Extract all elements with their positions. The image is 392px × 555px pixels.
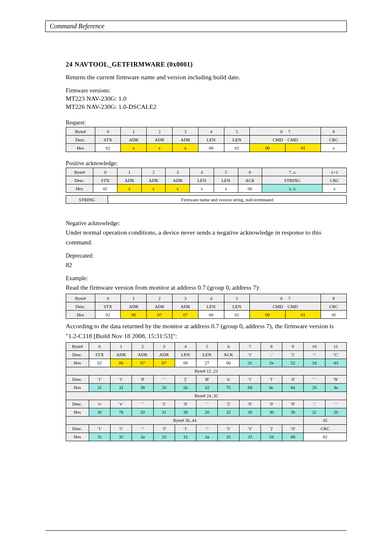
command-title: 24 NAVTOOL_GETFIRMWARE (0x0001) bbox=[66, 61, 347, 68]
example-resp-table: Byte# 01 23 45 67 89 1011 Desc. STXADR A… bbox=[66, 342, 347, 441]
example-line-2: According to the data returned by the mo… bbox=[66, 321, 347, 341]
firmware-line-1: MT223 NAV-230G: 1.0 bbox=[66, 95, 347, 102]
command-description: Returns the current firmware name and ve… bbox=[66, 72, 347, 82]
ack-string-table: STRING Firmware name and version string,… bbox=[66, 195, 347, 204]
ack-table: Byte# 01 23 45 67..x x+1 Desc. STXADR AD… bbox=[66, 168, 347, 193]
nack-label: Negative acknowledge: bbox=[66, 220, 347, 227]
request-table: Byte# 01 23 45 6 7 8 Desc. STXADR ADRADR… bbox=[66, 127, 347, 152]
example-label: Example: bbox=[66, 275, 347, 282]
page-header-title: Command Reference bbox=[50, 23, 104, 30]
firmware-line-2: MT226 NAV-230G: 1.0-DSCALE2 bbox=[66, 103, 347, 111]
footer-rule bbox=[45, 530, 347, 531]
example-line-1: Read the firmware version from monitor a… bbox=[66, 283, 347, 292]
hdr: Byte# bbox=[66, 127, 95, 136]
nack-text: Under normal operation conditions, a dev… bbox=[66, 228, 347, 247]
firmware-versions-label: Firmware versions: bbox=[66, 88, 347, 94]
deprecated-value: 82 bbox=[66, 260, 347, 269]
deprecated-label: Deprecated: bbox=[66, 253, 347, 259]
ack-label: Positive acknowledge: bbox=[66, 160, 347, 167]
example-req-table: Byte# 01 23 45 6 7 8 Desc. STXADR ADRADR… bbox=[66, 294, 347, 319]
request-label: Request: bbox=[66, 120, 347, 126]
page: Command Reference 24 NAVTOOL_GETFIRMWARE… bbox=[0, 0, 392, 555]
page-header-box: Command Reference bbox=[45, 21, 347, 32]
